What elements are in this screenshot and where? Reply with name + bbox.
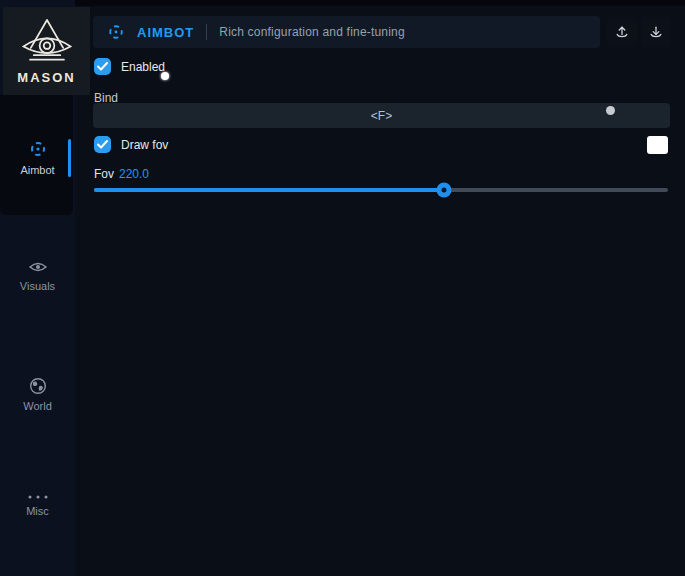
main-panel: AIMBOT Rich configuration and fine-tunin… xyxy=(75,6,685,576)
globe-icon xyxy=(29,377,47,395)
enabled-row: Enabled xyxy=(94,58,165,75)
sidebar-item-world[interactable]: World xyxy=(0,377,75,412)
header-divider xyxy=(206,24,207,40)
draw-fov-checkbox[interactable] xyxy=(94,136,111,153)
sidebar-item-visuals[interactable]: Visuals xyxy=(0,259,75,292)
bind-key-input[interactable]: <F> xyxy=(93,103,670,128)
bind-key-value: <F> xyxy=(371,109,392,123)
fov-slider-fill xyxy=(94,188,444,192)
sidebar-item-label: Aimbot xyxy=(20,164,54,176)
sidebar-item-misc[interactable]: Misc xyxy=(0,494,75,517)
enabled-label: Enabled xyxy=(121,60,165,74)
import-config-button[interactable] xyxy=(641,17,671,47)
draw-fov-row: Draw fov xyxy=(94,136,168,153)
upload-icon xyxy=(614,24,630,40)
enabled-checkbox[interactable] xyxy=(94,58,111,75)
brand-name: MASON xyxy=(17,70,75,85)
ellipsis-icon xyxy=(27,494,49,500)
sidebar-item-label: World xyxy=(23,400,52,412)
crosshair-icon xyxy=(107,23,125,41)
draw-fov-label: Draw fov xyxy=(121,138,168,152)
fov-label: Fov xyxy=(94,167,114,181)
mason-pyramid-eye-logo xyxy=(19,17,75,67)
fov-slider-thumb[interactable] xyxy=(437,183,452,198)
brand-logo-card: MASON xyxy=(3,7,90,95)
sidebar-item-aimbot[interactable]: Aimbot xyxy=(0,139,75,176)
eye-icon xyxy=(28,259,48,275)
page-subtitle: Rich configuration and fine-tuning xyxy=(219,25,405,39)
fov-slider[interactable] xyxy=(94,188,668,192)
export-config-button[interactable] xyxy=(607,17,637,47)
page-header: AIMBOT Rich configuration and fine-tunin… xyxy=(93,16,600,48)
sidebar-item-label: Visuals xyxy=(20,280,55,292)
page-title: AIMBOT xyxy=(137,25,194,40)
crosshair-icon xyxy=(28,139,48,159)
fov-color-swatch[interactable] xyxy=(647,136,668,154)
fov-value: 220.0 xyxy=(119,167,149,181)
cursor-dot xyxy=(606,106,615,115)
fov-label-row: Fov220.0 xyxy=(94,167,149,181)
cursor-dot xyxy=(161,72,169,80)
download-icon xyxy=(648,24,664,40)
sidebar-item-label: Misc xyxy=(26,505,49,517)
